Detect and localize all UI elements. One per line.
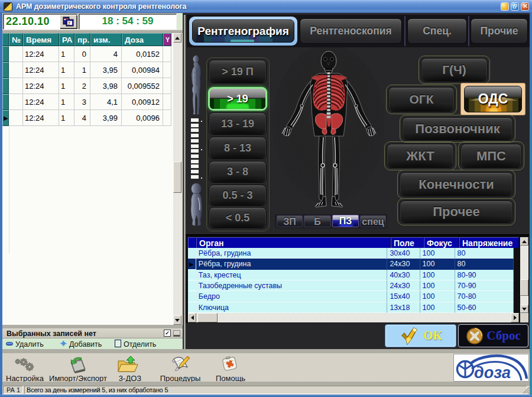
- svg-text:доза: доза: [474, 364, 511, 381]
- svg-text:7: 7: [68, 21, 70, 25]
